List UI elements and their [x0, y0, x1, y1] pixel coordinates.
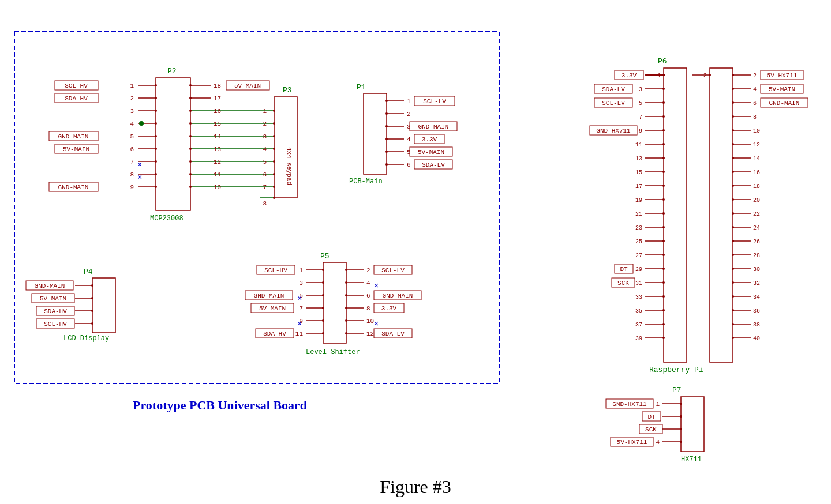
svg-text:8: 8 [753, 114, 757, 121]
svg-point-82 [273, 135, 275, 137]
svg-text:16: 16 [753, 170, 760, 176]
svg-point-356 [732, 337, 734, 339]
svg-point-320 [732, 171, 734, 173]
svg-text:4: 4 [407, 136, 411, 143]
svg-point-255 [662, 212, 665, 215]
svg-point-326 [732, 198, 734, 201]
svg-point-78 [273, 110, 275, 112]
svg-text:SDA-HV: SDA-HV [65, 95, 88, 102]
svg-text:6: 6 [753, 100, 757, 107]
svg-point-90 [273, 186, 275, 188]
svg-point-145 [91, 322, 93, 325]
svg-point-367 [680, 415, 682, 418]
svg-text:P5: P5 [320, 252, 330, 261]
svg-text:SDA-HV: SDA-HV [44, 308, 67, 315]
svg-text:6: 6 [130, 146, 134, 153]
svg-text:P6: P6 [658, 57, 667, 66]
svg-text:11: 11 [214, 171, 222, 178]
svg-text:2: 2 [366, 267, 370, 274]
svg-point-261 [662, 240, 665, 242]
svg-text:SCL-LV: SCL-LV [381, 267, 405, 274]
svg-text:SCK: SCK [617, 280, 629, 287]
svg-text:3: 3 [130, 108, 134, 115]
svg-text:25: 25 [635, 239, 642, 245]
svg-text:Level Shifter: Level Shifter [306, 348, 360, 356]
svg-text:Prototype PCB Universal Board: Prototype PCB Universal Board [133, 398, 307, 412]
svg-text:5: 5 [639, 100, 642, 107]
svg-point-140 [91, 310, 93, 312]
svg-text:18: 18 [214, 82, 221, 89]
svg-text:35: 35 [635, 308, 642, 314]
svg-text:8: 8 [130, 171, 134, 178]
svg-point-243 [662, 157, 665, 159]
svg-point-12 [155, 97, 157, 99]
svg-text:1: 1 [657, 73, 661, 79]
svg-text:30: 30 [753, 266, 760, 273]
svg-point-99 [385, 100, 388, 102]
svg-point-122 [385, 163, 388, 166]
svg-text:1: 1 [263, 108, 267, 115]
svg-point-158 [322, 281, 324, 284]
svg-text:7: 7 [263, 184, 267, 191]
svg-text:5V-MAIN: 5V-MAIN [418, 149, 444, 156]
svg-text:4x4 Keypad: 4x4 Keypad [286, 147, 293, 185]
svg-point-167 [322, 307, 324, 309]
svg-rect-75 [274, 97, 297, 198]
svg-point-299 [662, 74, 665, 76]
svg-point-317 [732, 157, 734, 159]
svg-text:DT: DT [647, 413, 656, 420]
svg-text:9: 9 [130, 184, 134, 191]
svg-point-308 [732, 115, 734, 118]
svg-text:5V-HX711: 5V-HX711 [617, 439, 647, 446]
svg-text:37: 37 [635, 322, 642, 328]
svg-point-20 [155, 122, 157, 125]
svg-text:27: 27 [635, 253, 642, 259]
svg-point-200 [345, 319, 347, 322]
svg-point-347 [732, 295, 734, 298]
svg-text:5V-HX711: 5V-HX711 [767, 72, 798, 79]
svg-text:6: 6 [366, 292, 370, 299]
svg-point-350 [732, 309, 734, 311]
svg-text:18: 18 [753, 183, 760, 190]
svg-text:38: 38 [753, 322, 760, 328]
svg-point-7 [155, 84, 157, 86]
svg-text:LCD Display: LCD Display [63, 334, 109, 343]
svg-text:3: 3 [639, 86, 642, 93]
svg-text:6: 6 [407, 161, 411, 168]
svg-text:×: × [374, 281, 379, 291]
svg-text:4: 4 [263, 146, 267, 153]
svg-text:2: 2 [263, 121, 267, 127]
svg-text:GND-MAIN: GND-MAIN [254, 292, 285, 299]
svg-point-353 [732, 323, 734, 325]
svg-point-258 [662, 226, 665, 228]
svg-point-267 [662, 268, 665, 270]
svg-point-24 [155, 135, 157, 137]
svg-point-61 [189, 135, 192, 137]
svg-point-377 [680, 441, 682, 443]
svg-text:21: 21 [635, 211, 642, 217]
svg-text:4: 4 [656, 439, 660, 446]
svg-text:Raspberry Pi: Raspberry Pi [649, 366, 703, 374]
svg-point-227 [662, 101, 665, 104]
svg-point-34 [155, 160, 157, 163]
svg-point-135 [91, 297, 93, 299]
svg-point-29 [155, 148, 157, 150]
svg-text:2: 2 [703, 72, 707, 79]
svg-point-84 [273, 148, 275, 150]
svg-text:GND-MAIN: GND-MAIN [769, 100, 800, 107]
svg-text:12: 12 [214, 159, 221, 166]
svg-point-222 [662, 88, 665, 90]
svg-point-47 [189, 84, 192, 86]
svg-point-112 [385, 138, 388, 140]
svg-text:14: 14 [214, 133, 222, 140]
svg-text:SDA-LV: SDA-LV [422, 161, 445, 168]
svg-point-338 [732, 254, 734, 256]
svg-text:SCL-LV: SCL-LV [423, 98, 446, 105]
svg-point-181 [345, 269, 347, 271]
svg-point-195 [345, 307, 347, 309]
svg-text:3.3V: 3.3V [422, 136, 437, 143]
svg-point-216 [709, 74, 711, 76]
svg-point-240 [662, 143, 665, 145]
svg-text:5V-MAIN: 5V-MAIN [259, 305, 286, 312]
svg-point-332 [732, 226, 734, 228]
